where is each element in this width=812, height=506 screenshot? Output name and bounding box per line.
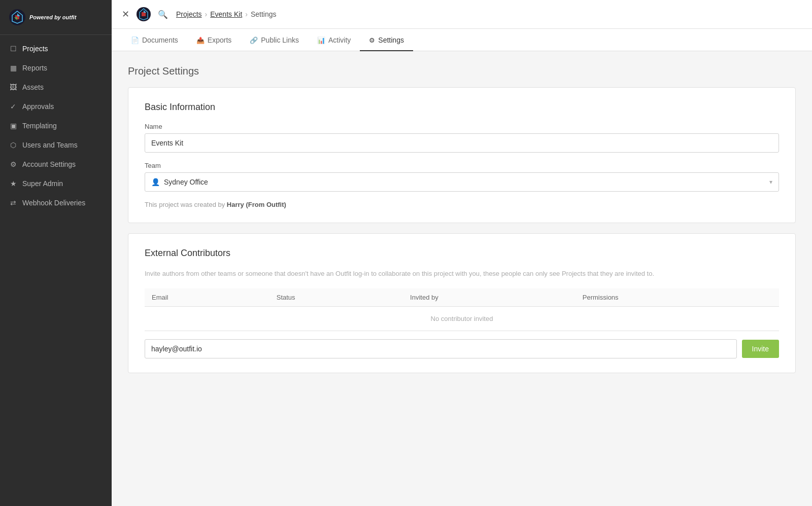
contributors-description: Invite authors from other teams or someo… [145, 269, 779, 279]
sidebar-item-account-settings[interactable]: ⚙ Account Settings [0, 155, 112, 174]
invite-row: Invite [145, 339, 779, 358]
sidebar-logo: Powered by outfit [8, 8, 76, 26]
sidebar-nav: ☐ Projects ▦ Reports 🖼 Assets ✓ Approval… [0, 35, 112, 506]
users-teams-icon: ⬡ [9, 141, 17, 149]
outfit-logo-icon [8, 8, 26, 26]
col-email: Email [145, 288, 269, 307]
main-area: ✕ 🔍 Projects › Events Kit › Settings 📄 D… [112, 0, 812, 506]
page-title: Project Settings [128, 65, 796, 77]
tab-documents-label: Documents [142, 36, 178, 44]
tab-settings[interactable]: ⚙ Settings [360, 29, 413, 51]
team-select-left: 👤 Sydney Office [151, 178, 208, 186]
breadcrumb-sep-1: › [205, 10, 208, 18]
created-by-text: This project was created by Harry (From … [145, 201, 779, 208]
col-status: Status [269, 288, 403, 307]
breadcrumb-current: Settings [251, 10, 277, 18]
tab-settings-label: Settings [378, 36, 404, 44]
external-contributors-card: External Contributors Invite authors fro… [128, 233, 796, 373]
created-by-user: Harry (From Outfit) [227, 201, 286, 208]
templating-icon: ▣ [9, 122, 17, 130]
name-field-group: Name [145, 123, 779, 153]
sidebar-item-users-teams[interactable]: ⬡ Users and Teams [0, 135, 112, 155]
team-select-value: Sydney Office [164, 178, 208, 186]
tab-activity-label: Activity [328, 36, 351, 44]
sidebar-item-label: Assets [22, 83, 44, 91]
tab-public-links-label: Public Links [261, 36, 299, 44]
team-select[interactable]: 👤 Sydney Office ▾ [145, 172, 779, 192]
team-person-icon: 👤 [151, 178, 160, 186]
sidebar-item-label: Super Admin [22, 179, 63, 188]
sidebar-item-label: Approvals [22, 102, 54, 111]
col-permissions: Permissions [576, 288, 779, 307]
external-contributors-title: External Contributors [145, 248, 779, 259]
tab-public-links[interactable]: 🔗 Public Links [241, 29, 308, 51]
tab-exports-label: Exports [208, 36, 231, 44]
sidebar-item-assets[interactable]: 🖼 Assets [0, 78, 112, 97]
col-invited-by: Invited by [403, 288, 576, 307]
powered-by-text: Powered by outfit [29, 14, 76, 21]
basic-info-title: Basic Information [145, 102, 779, 113]
sidebar-item-reports[interactable]: ▦ Reports [0, 58, 112, 78]
invite-email-input[interactable] [145, 339, 737, 358]
assets-icon: 🖼 [9, 83, 17, 91]
sidebar-item-label: Account Settings [22, 160, 76, 168]
contributors-table: Email Status Invited by Permissions No c… [145, 288, 779, 331]
sidebar: Powered by outfit ☐ Projects ▦ Reports 🖼… [0, 0, 112, 506]
activity-tab-icon: 📊 [317, 37, 325, 44]
sidebar-item-label: Templating [22, 122, 57, 130]
exports-tab-icon: 📤 [196, 37, 205, 44]
sidebar-header: Powered by outfit [0, 0, 112, 35]
breadcrumb-projects[interactable]: Projects [176, 10, 202, 18]
tab-documents[interactable]: 📄 Documents [122, 29, 187, 51]
content-area: Project Settings Basic Information Name … [112, 51, 812, 506]
sidebar-item-label: Users and Teams [22, 141, 78, 149]
team-field-group: Team 👤 Sydney Office ▾ [145, 162, 779, 192]
sidebar-item-label: Webhook Deliveries [22, 199, 85, 207]
sidebar-item-super-admin[interactable]: ★ Super Admin [0, 174, 112, 193]
webhook-icon: ⇄ [9, 199, 17, 207]
sidebar-item-label: Reports [22, 64, 47, 72]
name-input[interactable] [145, 133, 779, 153]
table-row-empty: No contributor invited [145, 306, 779, 331]
sidebar-item-webhook-deliveries[interactable]: ⇄ Webhook Deliveries [0, 193, 112, 212]
tab-exports[interactable]: 📤 Exports [187, 29, 241, 51]
projects-icon: ☐ [9, 45, 17, 53]
name-label: Name [145, 123, 779, 130]
topbar-logo-icon [136, 6, 152, 22]
tabs-bar: 📄 Documents 📤 Exports 🔗 Public Links 📊 A… [112, 29, 812, 51]
breadcrumb-sep-2: › [245, 10, 248, 18]
approvals-icon: ✓ [9, 102, 17, 111]
breadcrumb: Projects › Events Kit › Settings [176, 10, 277, 18]
close-button[interactable]: ✕ [122, 9, 129, 20]
reports-icon: ▦ [9, 64, 17, 72]
breadcrumb-events-kit[interactable]: Events Kit [210, 10, 242, 18]
invite-button[interactable]: Invite [742, 340, 779, 358]
tab-activity[interactable]: 📊 Activity [308, 29, 360, 51]
sidebar-item-label: Projects [22, 45, 48, 53]
sidebar-item-projects[interactable]: ☐ Projects [0, 39, 112, 58]
account-settings-icon: ⚙ [9, 160, 17, 168]
documents-tab-icon: 📄 [131, 37, 139, 44]
sidebar-item-templating[interactable]: ▣ Templating [0, 116, 112, 135]
super-admin-icon: ★ [9, 179, 17, 188]
sidebar-item-approvals[interactable]: ✓ Approvals [0, 97, 112, 116]
basic-information-card: Basic Information Name Team 👤 Sydney Off… [128, 87, 796, 223]
chevron-down-icon: ▾ [769, 178, 772, 186]
public-links-tab-icon: 🔗 [250, 37, 258, 44]
topbar: ✕ 🔍 Projects › Events Kit › Settings [112, 0, 812, 29]
no-contributor-message: No contributor invited [145, 306, 779, 331]
settings-tab-icon: ⚙ [369, 37, 375, 44]
search-icon[interactable]: 🔍 [158, 10, 168, 19]
team-label: Team [145, 162, 779, 169]
